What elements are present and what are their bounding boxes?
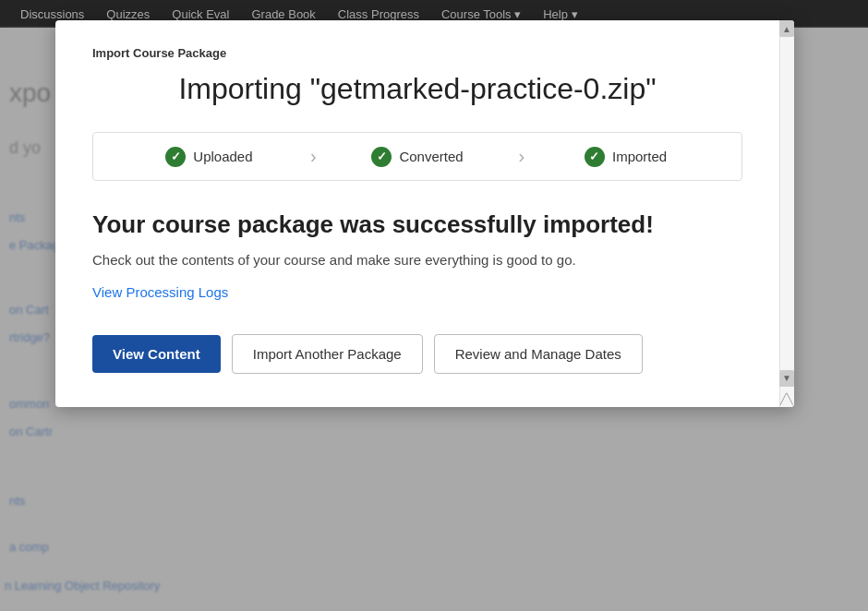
modal-content: Import Course Package Importing "getmark… [55,20,779,407]
step-label-converted: Converted [399,149,463,164]
scrollbar-down[interactable]: ▼ [779,370,794,387]
modal-header-label: Import Course Package [92,46,742,60]
step-arrow-2: › [518,146,524,167]
progress-steps: Uploaded › Converted › Imported [92,132,742,181]
scrollbar-up[interactable]: ▲ [779,20,794,37]
step-uploaded: Uploaded [112,147,307,167]
import-course-modal: ▲ ▼ ╱╲ Import Course Package Importing "… [55,20,794,407]
success-title: Your course package was successfully imp… [92,210,742,239]
step-imported: Imported [528,147,723,167]
step-arrow-1: › [310,146,317,167]
view-content-button[interactable]: View Content [92,335,221,373]
view-logs-link[interactable]: View Processing Logs [92,284,228,300]
step-label-uploaded: Uploaded [193,149,252,164]
step-check-uploaded [165,147,186,167]
review-dates-button[interactable]: Review and Manage Dates [434,334,643,374]
import-another-button[interactable]: Import Another Package [232,334,423,374]
scrollbar[interactable]: ▲ ▼ ╱╲ [779,20,794,407]
scrollbar-grip: ╱╲ [779,392,794,407]
success-description: Check out the contents of your course an… [92,250,742,271]
step-check-converted [371,147,392,167]
step-check-imported [585,147,605,167]
action-buttons: View Content Import Another Package Revi… [92,334,742,374]
modal-title: Importing "getmarked-practice-0.zip" [92,71,742,106]
step-converted: Converted [320,147,515,167]
step-label-imported: Imported [612,149,667,164]
